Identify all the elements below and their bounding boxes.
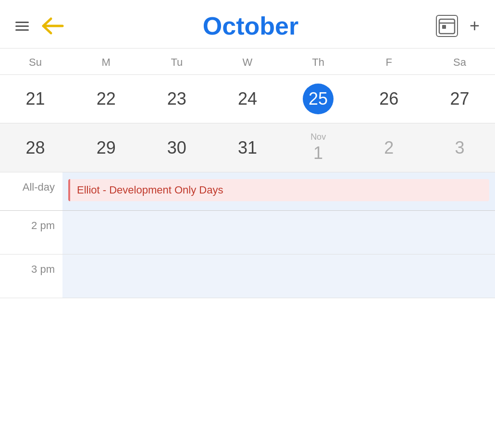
header-right-controls: +: [436, 15, 480, 37]
header-left-controls: [15, 16, 65, 36]
day-cell-27[interactable]: 27: [424, 84, 495, 114]
back-arrow-button[interactable]: [40, 16, 65, 36]
week-row-2: 28 29 30 31 Nov 1 2 3: [0, 123, 495, 172]
day-cell-25-today[interactable]: 25: [283, 84, 354, 114]
svg-rect-2: [442, 25, 446, 29]
day-cell-nov-3[interactable]: 3: [424, 132, 495, 163]
day-cell-31[interactable]: 31: [212, 132, 283, 163]
day-header-sa: Sa: [424, 54, 495, 71]
day-header-w: W: [212, 54, 283, 71]
all-day-row: All-day Elliot - Development Only Days: [0, 172, 495, 211]
day-header-tu: Tu: [141, 54, 212, 71]
all-day-events-area: Elliot - Development Only Days: [62, 172, 495, 210]
day-header-th: Th: [283, 54, 354, 71]
time-label-3pm: 3 pm: [0, 254, 62, 284]
day-header-f: F: [354, 54, 424, 71]
time-label-2pm: 2 pm: [0, 211, 62, 241]
day-cell-24[interactable]: 24: [212, 84, 283, 114]
all-day-label: All-day: [0, 172, 62, 210]
calendar-grid: 21 22 23 24 25 26 27 28 29 30: [0, 75, 495, 172]
event-elliot-dev-days[interactable]: Elliot - Development Only Days: [68, 179, 489, 201]
day-cell-22[interactable]: 22: [71, 84, 141, 114]
time-slot-content-2pm[interactable]: [62, 211, 495, 254]
day-cell-nov-2[interactable]: 2: [354, 132, 424, 163]
day-header-su: Su: [0, 54, 71, 71]
day-cell-30[interactable]: 30: [141, 132, 212, 163]
time-slot-2pm: 2 pm: [0, 211, 495, 254]
day-cell-28[interactable]: 28: [0, 132, 71, 163]
hamburger-menu-button[interactable]: [15, 22, 29, 31]
events-section: All-day Elliot - Development Only Days 2…: [0, 172, 495, 298]
add-event-button[interactable]: +: [470, 17, 480, 35]
event-title: Elliot - Development Only Days: [77, 184, 223, 196]
day-cell-26[interactable]: 26: [354, 84, 424, 114]
time-slot-3pm: 3 pm: [0, 254, 495, 298]
day-cell-21[interactable]: 21: [0, 84, 71, 114]
day-header-m: M: [71, 54, 141, 71]
time-slot-content-3pm[interactable]: [62, 254, 495, 298]
day-cell-23[interactable]: 23: [141, 84, 212, 114]
day-cell-nov-1[interactable]: Nov 1: [283, 132, 354, 163]
calendar-header: October +: [0, 0, 495, 48]
svg-rect-0: [439, 19, 455, 34]
calendar-view-toggle-button[interactable]: [436, 15, 458, 37]
day-cell-29[interactable]: 29: [71, 132, 141, 163]
week-row-1: 21 22 23 24 25 26 27: [0, 75, 495, 123]
day-headers-row: Su M Tu W Th F Sa: [0, 48, 495, 75]
month-title: October: [65, 12, 436, 40]
